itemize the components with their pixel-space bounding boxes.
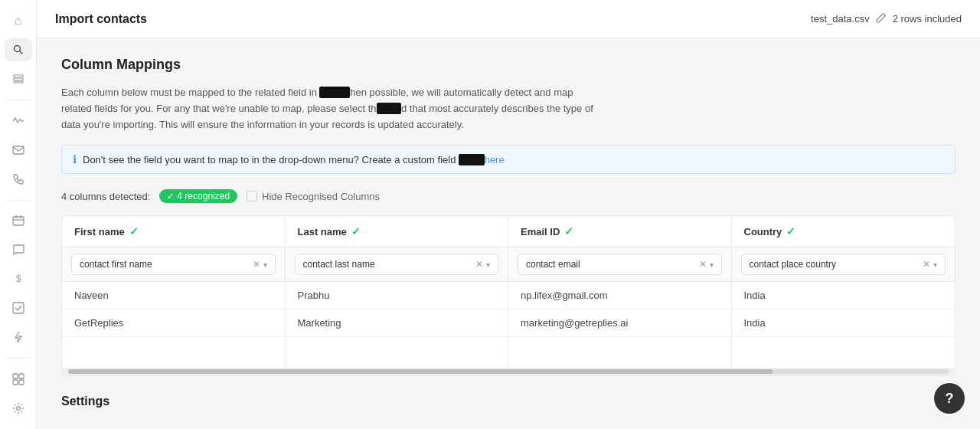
page-header: Import contacts test_data.csv 2 rows inc… bbox=[37, 0, 980, 38]
rows-count: 2 rows included bbox=[893, 13, 962, 25]
svg-rect-12 bbox=[13, 374, 18, 378]
info-text: Don't see the field you want to map to i… bbox=[83, 154, 505, 165]
svg-rect-6 bbox=[13, 217, 24, 225]
emailid-verified-icon: ✓ bbox=[564, 225, 573, 237]
dropdown-country-clear[interactable]: ✕ bbox=[923, 259, 930, 270]
col-header-emailid-label: Email ID bbox=[521, 226, 560, 237]
phone-icon[interactable] bbox=[5, 168, 32, 191]
svg-line-1 bbox=[19, 51, 22, 54]
table-header-row: First name ✓ Last name ✓ Email ID ✓ Coun… bbox=[62, 216, 955, 247]
sidebar: ⌂ bbox=[0, 0, 37, 429]
redacted-link bbox=[459, 154, 485, 165]
data-cell-country-2: India bbox=[732, 309, 956, 336]
dropdown-firstname[interactable]: contact first name ✕ ▾ bbox=[71, 254, 276, 275]
dropdown-country-value: contact place country bbox=[750, 259, 923, 270]
dropdown-emailid-controls: ✕ ▾ bbox=[699, 259, 714, 270]
data-cell-lastname-2: Marketing bbox=[286, 309, 509, 336]
columns-detected-label: 4 columns detected: bbox=[61, 191, 150, 202]
grid-icon[interactable] bbox=[5, 368, 32, 391]
data-cell-firstname-2: GetReplies bbox=[62, 309, 286, 336]
calendar-icon[interactable] bbox=[5, 209, 32, 232]
dropdown-cell-lastname: contact last name ✕ ▾ bbox=[286, 247, 509, 281]
data-cell-lastname-1: Prabhu bbox=[286, 282, 509, 309]
header-right: test_data.csv 2 rows included bbox=[811, 12, 962, 25]
file-name: test_data.csv bbox=[811, 13, 870, 25]
data-cell-country-1: India bbox=[732, 282, 956, 309]
hide-recognised-toggle[interactable]: Hide Recognised Columns bbox=[247, 191, 380, 202]
settings-icon[interactable] bbox=[5, 397, 32, 420]
dropdown-lastname-value: contact last name bbox=[303, 259, 476, 270]
redacted-text-2 bbox=[377, 103, 402, 114]
dropdown-emailid-clear[interactable]: ✕ bbox=[699, 259, 707, 270]
home-icon[interactable]: ⌂ bbox=[5, 9, 32, 32]
settings-title: Settings bbox=[61, 395, 956, 408]
dropdown-emailid-chevron[interactable]: ▾ bbox=[710, 260, 714, 269]
svg-text:$: $ bbox=[16, 273, 21, 284]
section-title: Column Mappings bbox=[61, 57, 956, 73]
data-cell-firstname-1: Naveen bbox=[62, 282, 286, 309]
scrollbar-thumb[interactable] bbox=[68, 369, 773, 374]
dropdown-country-chevron[interactable]: ▾ bbox=[933, 260, 937, 269]
dropdown-country[interactable]: contact place country ✕ ▾ bbox=[741, 254, 946, 275]
col-header-lastname-label: Last name bbox=[298, 226, 347, 237]
dropdown-lastname-controls: ✕ ▾ bbox=[475, 259, 490, 270]
info-link[interactable]: here bbox=[485, 154, 505, 165]
sidebar-divider bbox=[8, 100, 29, 100]
svg-rect-3 bbox=[14, 78, 23, 80]
empty-cell-2 bbox=[286, 337, 509, 368]
dropdown-emailid[interactable]: contact email ✕ ▾ bbox=[518, 254, 722, 275]
main-content: Import contacts test_data.csv 2 rows inc… bbox=[37, 0, 980, 429]
layers-icon[interactable] bbox=[5, 67, 32, 90]
page-title: Import contacts bbox=[55, 12, 147, 26]
svg-rect-15 bbox=[19, 380, 24, 385]
lastname-verified-icon: ✓ bbox=[351, 225, 361, 237]
dollar-icon[interactable]: $ bbox=[5, 267, 32, 290]
info-banner: ℹ Don't see the field you want to map to… bbox=[61, 145, 956, 174]
svg-rect-11 bbox=[13, 303, 24, 313]
table-row: GetReplies Marketing marketing@getreplie… bbox=[62, 309, 955, 337]
lightning-icon[interactable] bbox=[5, 326, 32, 349]
col-header-firstname-label: First name bbox=[74, 226, 125, 237]
dropdown-cell-firstname: contact first name ✕ ▾ bbox=[62, 247, 286, 281]
tasks-icon[interactable] bbox=[5, 296, 32, 319]
empty-cell-1 bbox=[62, 337, 286, 368]
description-text: Each column below must be mapped to the … bbox=[61, 85, 597, 133]
dropdown-cell-emailid: contact email ✕ ▾ bbox=[508, 247, 732, 281]
svg-rect-13 bbox=[19, 374, 24, 378]
chat-icon[interactable] bbox=[5, 238, 32, 261]
col-header-firstname: First name ✓ bbox=[62, 216, 286, 247]
data-cell-emailid-2: marketing@getreplies.ai bbox=[508, 309, 732, 336]
dropdown-firstname-controls: ✕ ▾ bbox=[253, 259, 267, 270]
dropdown-row: contact first name ✕ ▾ contact last name… bbox=[62, 247, 955, 282]
sidebar-divider-2 bbox=[8, 200, 29, 201]
data-cell-emailid-1: np.lifex@gmail.com bbox=[508, 282, 732, 309]
toggle-checkbox[interactable] bbox=[247, 191, 257, 201]
col-header-country-label: Country bbox=[744, 226, 782, 237]
dropdown-lastname-chevron[interactable]: ▾ bbox=[486, 260, 490, 269]
dropdown-emailid-value: contact email bbox=[526, 259, 699, 270]
dropdown-firstname-chevron[interactable]: ▾ bbox=[263, 260, 267, 269]
page-body: Column Mappings Each column below must b… bbox=[37, 38, 980, 429]
edit-filename-icon[interactable] bbox=[876, 12, 887, 25]
hide-label: Hide Recognised Columns bbox=[262, 191, 380, 202]
sidebar-divider-3 bbox=[8, 358, 29, 359]
dropdown-lastname[interactable]: contact last name ✕ ▾ bbox=[295, 254, 499, 275]
activity-icon[interactable] bbox=[5, 110, 32, 133]
col-header-emailid: Email ID ✓ bbox=[508, 216, 732, 247]
dropdown-cell-country: contact place country ✕ ▾ bbox=[732, 247, 956, 281]
horizontal-scrollbar[interactable] bbox=[62, 368, 955, 375]
empty-cell-4 bbox=[732, 337, 956, 368]
mail-icon[interactable] bbox=[5, 139, 32, 162]
search-icon[interactable] bbox=[5, 38, 32, 61]
svg-rect-14 bbox=[13, 380, 18, 385]
table-row: Naveen Prabhu np.lifex@gmail.com India bbox=[62, 282, 955, 309]
columns-header: 4 columns detected: 4 recognized Hide Re… bbox=[61, 189, 956, 203]
recognized-badge: 4 recognized bbox=[159, 189, 237, 203]
svg-point-16 bbox=[16, 407, 20, 411]
country-verified-icon: ✓ bbox=[786, 225, 795, 237]
help-button[interactable]: ? bbox=[934, 383, 965, 414]
empty-cell-3 bbox=[508, 337, 732, 368]
dropdown-lastname-clear[interactable]: ✕ bbox=[475, 259, 483, 270]
redacted-text-1 bbox=[319, 87, 350, 98]
dropdown-firstname-clear[interactable]: ✕ bbox=[253, 259, 260, 270]
